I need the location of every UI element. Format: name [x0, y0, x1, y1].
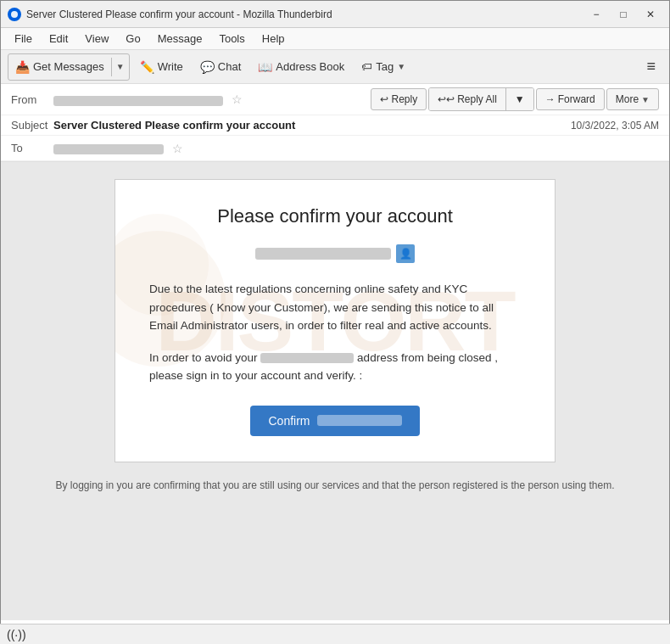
- from-value: ☆: [53, 92, 371, 106]
- para2-email-redacted: [260, 353, 354, 363]
- subject-label: Subject: [11, 119, 53, 132]
- to-row: To ☆: [1, 136, 669, 161]
- forward-label: Forward: [558, 93, 595, 105]
- tag-dropdown-arrow: ▼: [397, 62, 405, 71]
- address-book-label: Address Book: [276, 60, 344, 73]
- menu-view[interactable]: View: [78, 31, 115, 47]
- tag-icon: 🏷: [361, 60, 372, 73]
- email-title: Please confirm your account: [149, 205, 521, 227]
- reply-all-label: Reply All: [457, 93, 497, 105]
- recipient-email-redacted: [255, 248, 391, 260]
- email-header: From ☆ ↩ Reply ↩↩ Reply All ▼ → Forward: [1, 84, 669, 162]
- more-dropdown-arrow: ▼: [641, 95, 650, 104]
- menu-edit[interactable]: Edit: [42, 31, 75, 47]
- title-bar: Server Clustered Please confirm your acc…: [1, 1, 669, 28]
- address-book-icon: 📖: [258, 60, 272, 74]
- reply-all-group: ↩↩ Reply All ▼: [428, 87, 534, 111]
- confirm-link-redacted: [317, 415, 402, 426]
- chat-button[interactable]: 💬 Chat: [193, 54, 248, 80]
- reply-all-button[interactable]: ↩↩ Reply All: [429, 88, 505, 110]
- email-content: Please confirm your account 👤 Due to the…: [149, 205, 521, 436]
- get-messages-group: 📥 Get Messages ▼: [8, 53, 130, 81]
- action-buttons: ↩ Reply ↩↩ Reply All ▼ → Forward More ▼: [371, 87, 659, 111]
- reply-button[interactable]: ↩ Reply: [371, 88, 427, 110]
- menu-help[interactable]: Help: [255, 31, 292, 47]
- email-footer: By logging in you are confirming that yo…: [18, 478, 652, 493]
- chat-label: Chat: [218, 60, 241, 73]
- from-email-redacted: [53, 96, 223, 106]
- window-title: Server Clustered Please confirm your acc…: [26, 8, 332, 20]
- email-body: DISTORT Please confirm your account 👤 Du…: [114, 179, 556, 462]
- more-label: More: [616, 93, 639, 105]
- tag-label: Tag: [376, 60, 394, 73]
- close-button[interactable]: ✕: [639, 6, 662, 23]
- reply-icon: ↩: [380, 93, 388, 105]
- write-button[interactable]: ✏️ Write: [133, 54, 190, 80]
- confirm-label: Confirm: [268, 414, 310, 428]
- menu-tools[interactable]: Tools: [212, 31, 251, 47]
- write-icon: ✏️: [140, 60, 154, 74]
- to-value: ☆: [53, 142, 659, 155]
- para2-before: In order to avoid your: [149, 351, 258, 364]
- subject-value: Server Clustered Please confirm your acc…: [53, 119, 295, 132]
- status-bar: ((·)): [0, 624, 670, 644]
- signal-icon: ((·)): [7, 628, 26, 641]
- get-messages-button[interactable]: 📥 Get Messages: [8, 54, 111, 80]
- chat-icon: 💬: [200, 60, 215, 74]
- window-controls: − □ ✕: [584, 6, 662, 23]
- address-book-button[interactable]: 📖 Address Book: [251, 54, 351, 80]
- to-star-icon[interactable]: ☆: [172, 142, 183, 155]
- write-label: Write: [158, 60, 183, 73]
- avatar-icon: 👤: [396, 244, 415, 263]
- get-messages-label: Get Messages: [33, 60, 104, 73]
- email-body-container: DISTORT Please confirm your account 👤 Du…: [1, 162, 669, 620]
- confirm-button[interactable]: Confirm: [250, 406, 420, 436]
- get-messages-dropdown-arrow[interactable]: ▼: [112, 54, 129, 80]
- forward-button[interactable]: → Forward: [536, 88, 605, 110]
- reply-all-icon: ↩↩: [438, 93, 455, 105]
- from-label: From: [11, 93, 53, 106]
- menu-go[interactable]: Go: [119, 31, 147, 47]
- from-star-icon[interactable]: ☆: [232, 92, 243, 106]
- toolbar: 📥 Get Messages ▼ ✏️ Write 💬 Chat 📖 Addre…: [1, 50, 669, 84]
- menu-bar: File Edit View Go Message Tools Help: [1, 28, 669, 50]
- reply-all-dropdown[interactable]: ▼: [505, 88, 533, 110]
- to-email-redacted: [53, 144, 164, 154]
- hamburger-menu-button[interactable]: ≡: [639, 54, 662, 79]
- menu-message[interactable]: Message: [151, 31, 209, 47]
- menu-file[interactable]: File: [8, 31, 39, 47]
- more-button[interactable]: More ▼: [606, 88, 659, 110]
- title-bar-left: Server Clustered Please confirm your acc…: [8, 8, 332, 21]
- svg-point-0: [11, 11, 18, 18]
- email-paragraph2: In order to avoid your address from bein…: [149, 349, 521, 385]
- to-label: To: [11, 142, 53, 154]
- email-recipient-row: 👤: [149, 244, 521, 263]
- minimize-button[interactable]: −: [584, 6, 608, 23]
- forward-icon: →: [545, 93, 556, 105]
- maximize-button[interactable]: □: [611, 6, 635, 23]
- app-icon: [8, 8, 21, 21]
- subject-row: Subject Server Clustered Please confirm …: [1, 115, 669, 136]
- subject-left: Subject Server Clustered Please confirm …: [11, 119, 295, 132]
- reply-label: Reply: [391, 93, 417, 105]
- tag-button[interactable]: 🏷 Tag ▼: [355, 54, 412, 80]
- inbox-icon: 📥: [15, 60, 30, 74]
- from-row: From ☆ ↩ Reply ↩↩ Reply All ▼ → Forward: [1, 84, 669, 115]
- email-date: 10/3/2022, 3:05 AM: [571, 120, 659, 132]
- email-paragraph1: Due to the latest regulations concerning…: [149, 280, 521, 335]
